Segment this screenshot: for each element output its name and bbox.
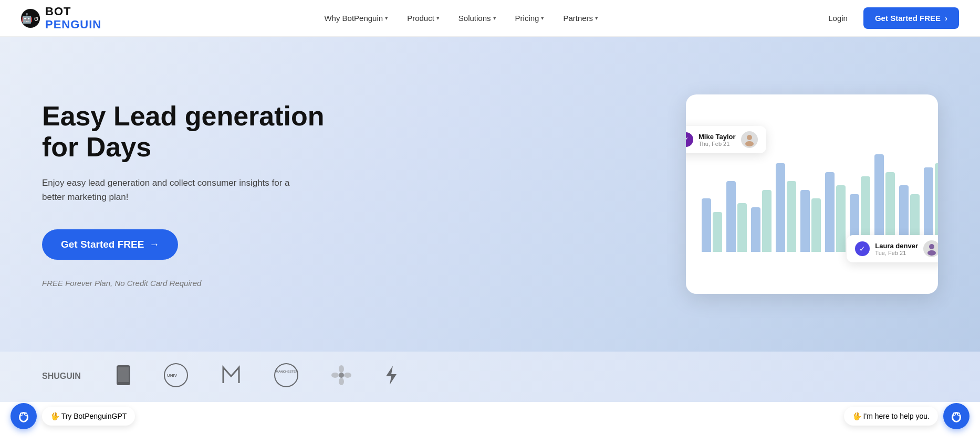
logo-university: UNIV [163,362,189,391]
header: BOT PENGUIN Why BotPenguin ▾ Product ▾ S… [0,0,980,37]
logo-icon [21,9,40,28]
user-name-laura: Laura denver [875,242,918,250]
avatar-laura [923,240,938,257]
bar-blue [800,190,810,252]
bar-teal [737,203,747,252]
nav-partners[interactable]: Partners ▾ [556,9,606,27]
user-date-mike: Thu, Feb 21 [698,141,736,147]
hero-title: Easy Lead generation for Days [42,101,357,164]
svg-point-23 [344,373,351,378]
nav-pricing[interactable]: Pricing ▾ [508,9,552,27]
nav-solutions[interactable]: Solutions ▾ [451,9,504,27]
chevron-down-icon: ▾ [595,15,598,22]
bar-teal [811,198,821,252]
bar-group [751,190,772,252]
svg-point-20 [339,365,344,373]
hero-left: Easy Lead generation for Days Enjoy easy… [42,101,357,288]
avatar-mike [741,131,758,148]
bar-teal [713,212,722,252]
chevron-down-icon: ▾ [493,15,496,22]
svg-point-6 [37,17,37,18]
bar-teal [787,181,796,252]
user-info-mike: Mike Taylor Thu, Feb 21 [698,133,736,147]
main-nav: Why BotPenguin ▾ Product ▾ Solutions ▾ P… [317,9,606,27]
bar-blue [776,163,785,252]
logo-shuguin: SHUGUIN [42,367,84,386]
svg-point-9 [745,141,754,146]
nav-why-botpenguin[interactable]: Why BotPenguin ▾ [317,9,395,27]
logo-bolt [383,365,399,389]
bar-blue [726,181,736,252]
svg-point-11 [927,250,936,256]
logo-text-penguin: PENGUIN [45,18,101,31]
bar-group [726,181,747,252]
logos-strip: SHUGUIN UNIV MANCHESTER [0,352,980,402]
bar-group [776,163,796,252]
bar-group [800,190,821,252]
user-card-laura: ✓ Laura denver Tue, Feb 21 [847,235,938,262]
svg-point-22 [331,373,339,378]
bar-group [825,172,846,252]
bar-blue [751,207,760,252]
bar-blue [702,198,711,252]
svg-text:SHUGUIN: SHUGUIN [42,372,81,380]
login-button[interactable]: Login [821,9,855,27]
free-forever-text: FREE Forever Plan, No Credit Card Requir… [42,279,357,288]
svg-marker-24 [386,366,397,385]
hero-subtitle: Enjoy easy lead generation and collect c… [42,176,294,204]
check-icon: ✓ [686,132,693,147]
user-date-laura: Tue, Feb 21 [875,250,918,256]
user-name-mike: Mike Taylor [698,133,736,141]
nav-product[interactable]: Product ▾ [400,9,447,27]
user-card-mike: ✓ Mike Taylor Thu, Feb 21 [686,126,766,153]
svg-point-17 [275,364,298,387]
header-cta-button[interactable]: Get Started FREE › [863,7,959,29]
svg-point-10 [929,244,934,249]
logo-m [221,365,242,389]
bar-group [702,198,722,252]
svg-point-19 [339,373,344,378]
user-info-laura: Laura denver Tue, Feb 21 [875,242,918,256]
bar-teal [762,190,772,252]
bar-teal [836,185,846,252]
hero-section: Easy Lead generation for Days Enjoy easy… [0,37,980,352]
header-right: Login Get Started FREE › [821,7,959,29]
svg-rect-14 [118,367,129,382]
svg-point-21 [339,378,344,385]
svg-point-7 [35,18,37,19]
hero-cta-button[interactable]: Get Started FREE → [42,229,178,260]
chevron-down-icon: ▾ [385,15,388,22]
chart-card: ✓ Mike Taylor Thu, Feb 21 ✓ Laura denver… [686,94,938,294]
logo-text-bot: BOT [45,5,101,18]
logo-manchester: MANCHESTER [273,362,299,391]
svg-point-5 [35,17,36,18]
svg-point-8 [747,135,752,140]
svg-text:MANCHESTER: MANCHESTER [276,370,298,373]
chevron-down-icon: ▾ [436,15,440,22]
bar-blue [825,172,835,252]
logo-flower [331,365,352,389]
hero-right: ✓ Mike Taylor Thu, Feb 21 ✓ Laura denver… [357,94,938,294]
svg-text:UNIV: UNIV [167,373,178,378]
logo-phone [116,365,131,389]
check-icon-2: ✓ [855,241,870,256]
chevron-down-icon: ▾ [541,15,544,22]
logo[interactable]: BOT PENGUIN [21,5,101,30]
